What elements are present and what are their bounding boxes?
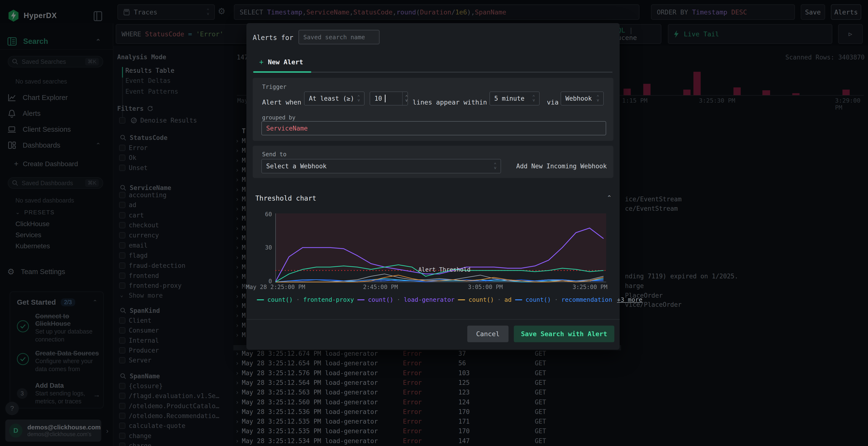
number-stepper[interactable]: ^v (402, 92, 407, 105)
trigger-panel: Trigger Alert when At least (≥) ^v 10 ^v… (253, 78, 613, 141)
chart-legend[interactable]: count()·frontend-proxycount()·load-gener… (257, 296, 642, 303)
threshold-count-input[interactable]: 10 ^v (370, 92, 408, 105)
app-root: { "icons": { "gear": "⚙", "plus": "+", "… (0, 0, 868, 446)
x-tick-label: May 28 2:25:00 PM (246, 284, 305, 290)
collapse-chart-icon[interactable]: ⌃ (607, 194, 612, 202)
y-tick-label: 30 (255, 244, 272, 251)
lines-within-text: lines appear within (412, 99, 487, 106)
modal-title: Alerts for (253, 34, 293, 42)
channel-select[interactable]: Webhook ^v (561, 92, 604, 105)
plus-icon: + (259, 58, 264, 66)
saved-search-name-placeholder: Saved search name (303, 34, 365, 41)
threshold-chart-title: Threshold chart (255, 194, 316, 202)
cancel-button[interactable]: Cancel (467, 325, 508, 342)
save-search-with-alert-button[interactable]: Save Search with Alert (514, 325, 614, 342)
x-tick-label: 2:45:00 PM (363, 284, 398, 290)
trigger-label: Trigger (262, 83, 286, 90)
y-tick-label: 60 (255, 211, 272, 218)
send-to-panel: Send to Select a Webhook ^v Add New Inco… (253, 146, 613, 178)
grouped-by-input[interactable]: ServiceName (261, 121, 606, 135)
condition-select[interactable]: At least (≥) ^v (304, 92, 365, 105)
add-webhook-link[interactable]: Add New Incoming Webhook (516, 163, 607, 170)
tab-new-alert[interactable]: + New Alert (259, 58, 303, 66)
alert-when-text: Alert when (262, 99, 301, 106)
saved-search-name-input[interactable]: Saved search name (299, 30, 379, 44)
x-tick-label: 3:05:00 PM (468, 284, 503, 290)
grouped-by-label: grouped by (262, 114, 296, 121)
webhook-select[interactable]: Select a Webhook ^v (261, 159, 501, 173)
alert-modal: Alerts for Saved search name + New Alert… (246, 23, 620, 350)
via-text: via (547, 99, 559, 106)
tab-underline-active (253, 71, 311, 73)
alert-threshold-label: Alert Threshold (418, 266, 471, 273)
x-tick-label: 3:25:00 PM (572, 284, 608, 290)
send-to-label: Send to (262, 151, 286, 158)
window-select[interactable]: 5 minute ^v (490, 92, 539, 105)
footer-divider (246, 319, 620, 319)
text-cursor (385, 95, 385, 102)
